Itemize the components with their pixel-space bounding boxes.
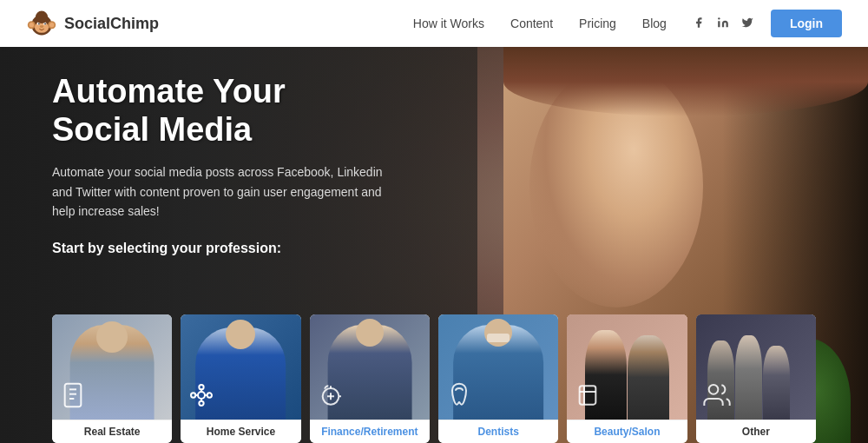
card-beauty[interactable]: Beauty/Salon [567, 314, 687, 443]
svg-point-10 [40, 25, 44, 28]
svg-point-18 [200, 385, 204, 389]
card-finance-label: Finance/Retirement [310, 420, 430, 443]
svg-point-20 [191, 393, 195, 397]
svg-point-9 [44, 23, 46, 25]
card-finance-image [310, 314, 430, 420]
hero-subtitle: Automate your social media posts across … [52, 162, 399, 221]
logo: SocialChimp [26, 8, 159, 39]
svg-rect-27 [580, 386, 596, 404]
social-icons [693, 17, 753, 31]
logo-icon [26, 8, 57, 39]
card-other-label: Other [696, 420, 816, 443]
card-beauty-label: Beauty/Salon [567, 420, 687, 443]
card-real-estate-label: Real Estate [52, 420, 172, 443]
card-dentists-image [438, 314, 558, 420]
hero-content: Automate YourSocial Media Automate your … [52, 73, 399, 268]
login-button[interactable]: Login [771, 10, 842, 37]
profession-cards: Real Estate [52, 314, 816, 443]
card-home-service-label: Home Service [181, 420, 300, 443]
svg-point-21 [207, 393, 212, 397]
card-home-service[interactable]: Home Service [181, 314, 300, 443]
svg-point-19 [200, 401, 204, 406]
linkedin-icon[interactable] [717, 17, 729, 31]
card-real-estate-image [52, 314, 172, 420]
svg-point-11 [36, 11, 48, 23]
nav-content[interactable]: Content [510, 17, 553, 30]
card-other-image [696, 314, 816, 420]
svg-point-12 [718, 17, 720, 19]
svg-point-4 [49, 23, 54, 27]
nav-pricing[interactable]: Pricing [579, 17, 616, 30]
nav-blog[interactable]: Blog [642, 17, 667, 30]
svg-point-8 [38, 23, 40, 25]
card-finance[interactable]: Finance/Retirement [310, 314, 430, 443]
profession-label: Start by selecting your profession: [52, 241, 399, 256]
twitter-icon[interactable] [741, 17, 753, 31]
svg-point-2 [30, 23, 34, 27]
logo-text: SocialChimp [64, 15, 159, 33]
svg-rect-13 [65, 384, 82, 407]
svg-point-30 [708, 385, 718, 394]
hero-section: Automate YourSocial Media Automate your … [0, 47, 868, 443]
svg-point-17 [198, 392, 205, 399]
card-dentists-label: Dentists [438, 420, 558, 443]
nav-how-it-works[interactable]: How it Works [413, 17, 484, 30]
header: SocialChimp How it Works Content Pricing… [0, 0, 868, 47]
facebook-icon[interactable] [693, 17, 705, 31]
card-beauty-image [567, 314, 687, 420]
card-real-estate[interactable]: Real Estate [52, 314, 172, 443]
card-other[interactable]: Other [696, 314, 816, 443]
card-dentists[interactable]: Dentists [438, 314, 558, 443]
card-home-service-image [181, 314, 300, 420]
hero-title: Automate YourSocial Media [52, 73, 399, 149]
nav: How it Works Content Pricing Blog [413, 17, 667, 30]
